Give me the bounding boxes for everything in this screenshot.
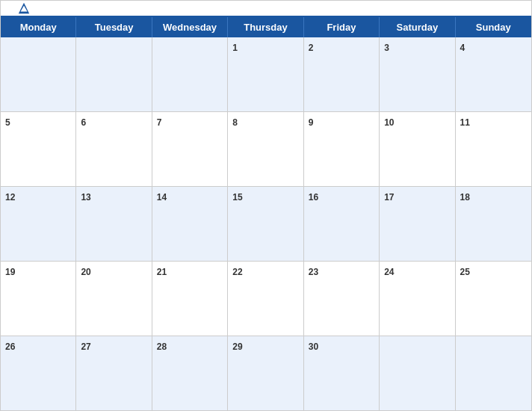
day-number: 28 [157,342,167,352]
day-cell: 7 [152,112,228,186]
day-cell [1,37,76,111]
day-cell: 10 [380,112,455,186]
day-number: 18 [460,192,470,203]
day-cell: 13 [76,187,152,261]
day-cell: 11 [456,112,531,186]
logo-icon [17,1,31,15]
week-row-5: 2627282930 [1,336,531,410]
day-cell: 18 [456,187,531,261]
day-number: 1 [232,43,238,53]
day-header-monday: Monday [1,17,76,37]
day-number: 12 [5,192,15,203]
day-cell: 1 [228,37,303,111]
day-cell: 15 [228,187,303,261]
day-cell: 30 [304,336,380,410]
day-cell: 22 [228,262,303,336]
day-cell: 27 [76,336,152,410]
weeks-container: 1234567891011121314151617181920212223242… [1,37,531,410]
day-number: 19 [5,267,15,277]
week-row-3: 12131415161718 [1,187,531,262]
week-row-2: 567891011 [1,112,531,187]
day-header-wednesday: Wednesday [152,17,228,37]
day-cell: 14 [152,187,228,261]
day-number: 30 [309,342,318,352]
day-number: 13 [81,192,90,203]
day-number: 25 [460,267,470,277]
day-cell: 2 [304,37,380,111]
day-cell: 17 [380,187,455,261]
day-number: 21 [157,267,167,277]
day-cell: 4 [456,37,531,111]
day-number: 26 [5,342,15,352]
day-number: 14 [157,192,167,203]
day-cell: 8 [228,112,303,186]
day-cell: 19 [1,262,76,336]
calendar-header [1,1,531,16]
day-header-tuesday: Tuesday [76,17,152,37]
day-header-saturday: Saturday [380,17,455,37]
day-cell: 21 [152,262,228,336]
day-header-sunday: Sunday [456,17,531,37]
day-cell [456,336,531,410]
day-headers: MondayTuesdayWednesdayThursdayFridaySatu… [1,17,531,37]
day-cell: 16 [304,187,380,261]
day-number: 11 [460,117,470,128]
day-number: 24 [384,267,394,277]
day-number: 10 [384,117,394,128]
week-row-4: 19202122232425 [1,262,531,336]
day-cell [152,37,228,111]
day-number: 6 [81,117,86,128]
week-row-1: 1234 [1,37,531,112]
day-number: 20 [81,267,90,277]
day-cell: 3 [380,37,455,111]
day-cell: 26 [1,336,76,410]
day-cell: 20 [76,262,152,336]
day-header-friday: Friday [304,17,380,37]
day-cell: 23 [304,262,380,336]
day-cell: 28 [152,336,228,410]
calendar-container: MondayTuesdayWednesdayThursdayFridaySatu… [0,0,532,411]
logo-area [16,1,31,15]
day-number: 17 [384,192,394,203]
day-cell [76,37,152,111]
day-number: 8 [232,117,238,128]
day-cell: 6 [76,112,152,186]
day-cell: 24 [380,262,455,336]
day-cell: 12 [1,187,76,261]
day-header-thursday: Thursday [228,17,303,37]
day-number: 23 [309,267,318,277]
day-number: 29 [232,342,242,352]
day-number: 9 [309,117,314,128]
day-number: 22 [232,267,242,277]
calendar-grid: MondayTuesdayWednesdayThursdayFridaySatu… [1,16,531,410]
day-number: 4 [460,43,466,53]
day-cell: 25 [456,262,531,336]
day-number: 5 [5,117,10,128]
day-cell: 5 [1,112,76,186]
day-number: 2 [309,43,314,53]
day-number: 7 [157,117,162,128]
day-cell [380,336,455,410]
day-cell: 9 [304,112,380,186]
day-number: 3 [384,43,389,53]
day-cell: 29 [228,336,303,410]
day-number: 16 [309,192,318,203]
day-number: 27 [81,342,90,352]
logo-blue-text [16,1,31,15]
day-number: 15 [232,192,242,203]
